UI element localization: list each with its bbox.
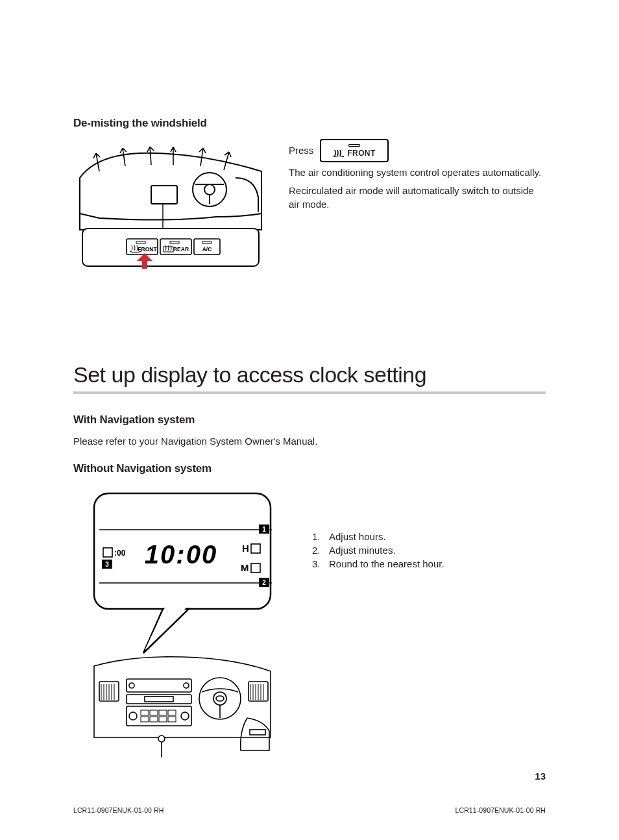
svg-point-28 <box>213 692 226 705</box>
clock-steps-list: 1.Adjust hours. 2.Adjust minutes. 3.Roun… <box>312 530 444 571</box>
page-number: 13 <box>535 771 546 782</box>
svg-point-51 <box>181 712 189 720</box>
btn-ac-label: A/C <box>202 246 212 253</box>
callout-3: 3 <box>105 561 109 568</box>
callout-2: 2 <box>262 579 266 586</box>
svg-rect-54 <box>159 710 167 715</box>
svg-rect-47 <box>127 695 191 704</box>
svg-rect-48 <box>145 697 173 702</box>
footer-code-left: LCR11-0907ENUK-01-00 RH <box>73 806 164 814</box>
svg-point-29 <box>216 696 224 701</box>
step-3-num: 3. <box>312 557 324 571</box>
footer-code-right: LCR11-0907ENUK-01-00 RH <box>455 806 546 814</box>
svg-rect-58 <box>159 717 167 722</box>
step-3-text: Round to the nearest hour. <box>329 557 444 571</box>
svg-point-45 <box>129 683 134 688</box>
btn-rear-label: REAR <box>173 246 189 253</box>
svg-point-1 <box>204 184 215 195</box>
svg-rect-53 <box>150 710 158 715</box>
clock-figure: H M :00 10:00 1 <box>91 491 273 772</box>
svg-rect-55 <box>168 710 176 715</box>
callout-1: 1 <box>262 526 266 533</box>
with-nav-heading: With Navigation system <box>73 414 546 426</box>
btn-front-label: FRONT <box>138 246 157 253</box>
m-label: M <box>241 562 249 573</box>
without-nav-heading: Without Navigation system <box>73 462 546 475</box>
svg-rect-2 <box>151 186 177 204</box>
round-label: :00 <box>114 549 126 558</box>
svg-rect-52 <box>141 710 149 715</box>
clock-section-title: Set up display to access clock setting <box>73 362 546 388</box>
defrost-icon <box>333 149 345 157</box>
front-button-text: FRONT <box>347 148 375 158</box>
h-label: H <box>242 543 249 554</box>
press-label: Press <box>289 144 313 162</box>
title-rule <box>73 391 546 394</box>
step-2-text: Adjust minutes. <box>329 543 396 557</box>
svg-rect-44 <box>127 679 191 692</box>
step-2-num: 2. <box>312 543 324 557</box>
svg-point-50 <box>129 712 137 720</box>
svg-rect-49 <box>127 706 191 726</box>
svg-rect-59 <box>168 717 176 722</box>
svg-rect-26 <box>94 653 271 763</box>
step-1-num: 1. <box>312 530 324 543</box>
dashboard-figure: FRONT REAR A/C <box>73 139 268 271</box>
svg-point-46 <box>184 683 189 688</box>
svg-rect-56 <box>141 717 149 722</box>
demisting-heading: De-misting the windshield <box>73 117 546 130</box>
front-defrost-button-graphic: FRONT <box>320 139 388 162</box>
svg-point-60 <box>158 735 165 742</box>
svg-rect-57 <box>150 717 158 722</box>
svg-rect-61 <box>250 730 265 735</box>
clock-time-display: 10:00 <box>145 540 217 569</box>
ac-auto-text: The air conditioning system control oper… <box>289 166 546 179</box>
with-nav-text: Please refer to your Navigation System O… <box>73 436 546 447</box>
step-1-text: Adjust hours. <box>329 530 386 543</box>
recirculated-text: Recirculated air mode will automatically… <box>289 184 546 211</box>
